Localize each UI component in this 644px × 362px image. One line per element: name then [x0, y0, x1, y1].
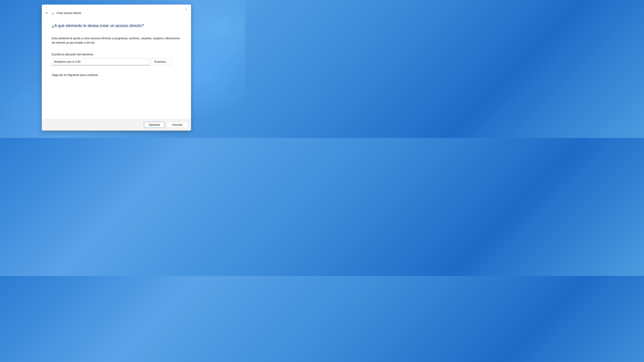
back-button[interactable] [44, 10, 50, 15]
dialog-content: ¿A qué elemento le desea crear un acceso… [42, 17, 191, 119]
instruction-text: Haga clic en Siguiente para continuar. [52, 73, 181, 77]
dialog-footer: Siguiente Cancelar [42, 119, 191, 131]
arrow-left-icon [45, 11, 48, 14]
titlebar: Crear acceso directo [42, 4, 191, 17]
dialog-title: Crear acceso directo [56, 11, 81, 14]
location-field-label: Escriba la ubicación del elemento: [52, 53, 181, 56]
next-button[interactable]: Siguiente [144, 122, 165, 128]
shortcut-icon [52, 12, 54, 14]
dialog-description: Este asistente le ayuda a crear accesos … [52, 36, 181, 45]
input-row: Examinar... [52, 58, 181, 65]
cancel-button[interactable]: Cancelar [167, 122, 188, 128]
close-button[interactable] [183, 7, 189, 12]
close-icon [185, 8, 187, 11]
dialog-heading: ¿A qué elemento le desea crear un acceso… [52, 23, 181, 28]
location-input[interactable] [52, 58, 149, 65]
create-shortcut-dialog: Crear acceso directo ¿A qué elemento le … [42, 4, 191, 131]
browse-button[interactable]: Examinar... [151, 58, 172, 65]
